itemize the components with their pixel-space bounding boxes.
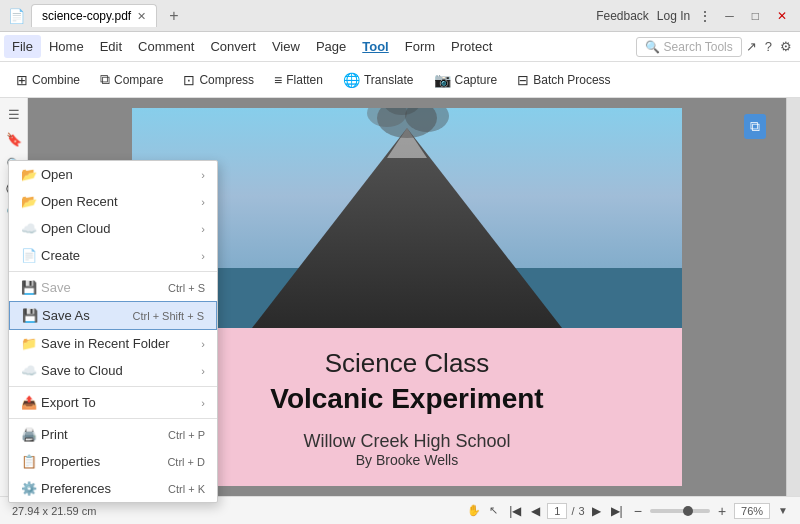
sidebar-panel-icon-1[interactable]: ☰ xyxy=(5,104,23,125)
open-icon: 📂 xyxy=(21,167,41,182)
toolbar-capture-button[interactable]: 📷 Capture xyxy=(426,68,506,92)
export-icon: 📤 xyxy=(21,395,41,410)
search-tools-input[interactable]: 🔍 Search Tools xyxy=(636,37,742,57)
last-page-button[interactable]: ▶| xyxy=(608,503,626,519)
batch-process-icon: ⊟ xyxy=(517,72,529,88)
open-recent-icon: 📂 xyxy=(21,194,41,209)
zoom-dropdown-icon[interactable]: ▼ xyxy=(778,505,788,516)
translate-icon: 🌐 xyxy=(343,72,360,88)
save-as-icon: 💾 xyxy=(22,308,42,323)
toolbar-compare-button[interactable]: ⧉ Compare xyxy=(92,67,171,92)
new-tab-button[interactable]: + xyxy=(163,7,184,25)
zoom-slider[interactable] xyxy=(650,509,710,513)
close-button[interactable]: ✕ xyxy=(772,9,792,23)
search-icon: 🔍 xyxy=(645,40,660,54)
app-icon: 📄 xyxy=(8,8,25,24)
maximize-button[interactable]: □ xyxy=(747,9,764,23)
menu-file[interactable]: File xyxy=(4,35,41,58)
next-page-button[interactable]: ▶ xyxy=(589,503,604,519)
save-recent-folder-icon: 📁 xyxy=(21,336,41,351)
pdf-title-line1: Science Class xyxy=(162,348,652,379)
menu-home[interactable]: Home xyxy=(41,35,92,58)
menu-comment[interactable]: Comment xyxy=(130,35,202,58)
menu-edit[interactable]: Edit xyxy=(92,35,130,58)
settings-icon[interactable]: ⚙ xyxy=(776,39,796,54)
toolbar-batch-process-button[interactable]: ⊟ Batch Process xyxy=(509,68,618,92)
feedback-button[interactable]: Feedback xyxy=(596,9,649,23)
page-input[interactable]: 1 xyxy=(547,503,567,519)
open-recent-arrow-icon: › xyxy=(201,196,205,208)
batch-process-label: Batch Process xyxy=(533,73,610,87)
flatten-label: Flatten xyxy=(286,73,323,87)
menu-item-properties[interactable]: 📋 Properties Ctrl + D xyxy=(9,448,217,475)
select-tool-icon[interactable]: ↖ xyxy=(489,504,498,517)
toolbar-combine-button[interactable]: ⊞ Combine xyxy=(8,68,88,92)
zoom-out-button[interactable]: − xyxy=(634,503,642,519)
content-area: ☰ 🔖 🔍 💬 📎 xyxy=(0,98,800,496)
toolbar-flatten-button[interactable]: ≡ Flatten xyxy=(266,68,331,92)
menu-convert[interactable]: Convert xyxy=(202,35,264,58)
toolbar: ⊞ Combine ⧉ Compare ⊡ Compress ≡ Flatten… xyxy=(0,62,800,98)
tab-close-button[interactable]: ✕ xyxy=(137,10,146,23)
page-separator: / xyxy=(571,505,574,517)
page-dimensions: 27.94 x 21.59 cm xyxy=(12,505,96,517)
flatten-icon: ≡ xyxy=(274,72,282,88)
first-page-button[interactable]: |◀ xyxy=(506,503,524,519)
save-icon: 💾 xyxy=(21,280,41,295)
title-bar-left: 📄 science-copy.pdf ✕ + xyxy=(8,4,596,27)
sidebar-panel-icon-2[interactable]: 🔖 xyxy=(3,129,25,150)
zoom-percentage[interactable]: 76% xyxy=(734,503,770,519)
capture-icon: 📷 xyxy=(434,72,451,88)
menu-item-export[interactable]: 📤 Export To › xyxy=(9,389,217,416)
external-link-icon[interactable]: ↗ xyxy=(742,39,761,54)
properties-icon: 📋 xyxy=(21,454,41,469)
minimize-button[interactable]: ─ xyxy=(720,9,739,23)
search-tools-label: Search Tools xyxy=(664,40,733,54)
create-icon: 📄 xyxy=(21,248,41,263)
title-bar: 📄 science-copy.pdf ✕ + Feedback Log In ⋮… xyxy=(0,0,800,32)
pdf-title-line2: Volcanic Experiment xyxy=(162,383,652,415)
pdf-corner-icon[interactable]: ⧉ xyxy=(744,114,766,139)
title-bar-right: Feedback Log In ⋮ ─ □ ✕ xyxy=(596,8,792,24)
menu-item-save-cloud[interactable]: ☁️ Save to Cloud › xyxy=(9,357,217,384)
toolbar-compress-button[interactable]: ⊡ Compress xyxy=(175,68,262,92)
create-arrow-icon: › xyxy=(201,250,205,262)
menu-item-create[interactable]: 📄 Create › xyxy=(9,242,217,269)
menu-item-preferences[interactable]: ⚙️ Preferences Ctrl + K xyxy=(9,475,217,502)
export-arrow-icon: › xyxy=(201,397,205,409)
open-cloud-arrow-icon: › xyxy=(201,223,205,235)
menu-form[interactable]: Form xyxy=(397,35,443,58)
menu-item-open-recent[interactable]: 📂 Open Recent › xyxy=(9,188,217,215)
menu-item-save-as[interactable]: 💾 Save As Ctrl + Shift + S xyxy=(9,301,217,330)
hand-tool-icon[interactable]: ✋ xyxy=(467,504,481,517)
menu-item-save-recent-folder[interactable]: 📁 Save in Recent Folder › xyxy=(9,330,217,357)
right-scrollbar[interactable] xyxy=(786,98,800,496)
help-icon[interactable]: ? xyxy=(761,39,776,54)
pdf-author: By Brooke Wells xyxy=(162,452,652,468)
menu-dots-icon[interactable]: ⋮ xyxy=(698,8,712,24)
copy-icon: ⧉ xyxy=(750,118,760,134)
menu-item-print[interactable]: 🖨️ Print Ctrl + P xyxy=(9,421,217,448)
zoom-in-button[interactable]: + xyxy=(718,503,726,519)
prev-page-button[interactable]: ◀ xyxy=(528,503,543,519)
pdf-school: Willow Creek High School xyxy=(162,431,652,452)
save-cloud-arrow-icon: › xyxy=(201,365,205,377)
combine-label: Combine xyxy=(32,73,80,87)
save-recent-arrow-icon: › xyxy=(201,338,205,350)
page-total: 3 xyxy=(578,505,584,517)
divider-2 xyxy=(9,386,217,387)
status-bar-right: ✋ ↖ |◀ ◀ 1 / 3 ▶ ▶| − + 76% ▼ xyxy=(467,503,788,519)
menu-item-save[interactable]: 💾 Save Ctrl + S xyxy=(9,274,217,301)
save-cloud-icon: ☁️ xyxy=(21,363,41,378)
login-button[interactable]: Log In xyxy=(657,9,690,23)
menu-view[interactable]: View xyxy=(264,35,308,58)
toolbar-translate-button[interactable]: 🌐 Translate xyxy=(335,68,422,92)
print-icon: 🖨️ xyxy=(21,427,41,442)
compress-label: Compress xyxy=(199,73,254,87)
menu-item-open[interactable]: 📂 Open › xyxy=(9,161,217,188)
menu-protect[interactable]: Protect xyxy=(443,35,500,58)
menu-page[interactable]: Page xyxy=(308,35,354,58)
menu-item-open-cloud[interactable]: ☁️ Open Cloud › xyxy=(9,215,217,242)
active-tab[interactable]: science-copy.pdf ✕ xyxy=(31,4,157,27)
menu-tool[interactable]: Tool xyxy=(354,35,396,58)
